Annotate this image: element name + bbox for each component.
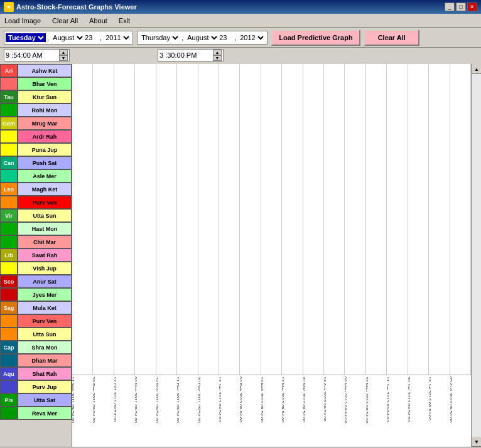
zodiac-sign-label: Pis <box>0 393 18 407</box>
nakshatra-button[interactable]: Swat Rah <box>18 248 72 262</box>
app-icon: ★ <box>4 2 14 12</box>
start-day-select[interactable]: Tuesday <box>6 33 46 42</box>
end-time-up[interactable]: ▲ <box>213 50 222 55</box>
grid-line <box>93 64 114 375</box>
zodiac-row: Utta Sun <box>0 328 72 341</box>
nakshatra-button[interactable]: Ardr Rah <box>18 130 72 143</box>
grid-line <box>114 64 135 375</box>
zodiac-sign-label <box>0 354 18 367</box>
start-date-sep1: , <box>46 34 50 41</box>
zodiac-sign-label: Gem <box>0 117 18 130</box>
nakshatra-button[interactable]: Mrug Mar <box>18 117 72 130</box>
x-label-text: 11 Dec 2011 09:54:00 <box>177 376 180 423</box>
start-date-input[interactable] <box>85 34 99 41</box>
zodiac-row: Vish Jup <box>0 262 72 275</box>
nakshatra-button[interactable]: Utta Sun <box>18 209 72 222</box>
end-date-sep2: , <box>233 34 237 41</box>
zodiac-row: Purv Ven <box>0 196 72 209</box>
menu-about[interactable]: About <box>87 16 109 25</box>
nakshatra-button[interactable]: Ktur Sun <box>18 90 72 104</box>
nakshatra-button[interactable]: Purv Ven <box>18 314 72 328</box>
x-label-text: 05 Aug 2012 09:54:00 <box>450 376 453 422</box>
grid-line <box>198 64 219 375</box>
zodiac-row: PisUtta Sat <box>0 393 72 407</box>
zodiac-row: Dhan Mar <box>0 354 72 367</box>
end-year-select[interactable]: 2012 <box>237 33 266 42</box>
nakshatra-button[interactable]: Magh Ket <box>18 183 72 196</box>
vertical-scrollbar[interactable]: ▲ ▼ <box>471 64 481 447</box>
zodiac-sign-label <box>0 288 18 301</box>
end-month-select[interactable]: August <box>185 33 219 42</box>
zodiac-sign-label: Aqu <box>0 367 18 380</box>
end-day-select[interactable]: Thursday <box>139 33 180 42</box>
nakshatra-button[interactable]: Asle Mer <box>18 169 72 183</box>
nakshatra-button[interactable]: Chit Mar <box>18 235 72 248</box>
start-month-select[interactable]: August <box>50 33 85 42</box>
nakshatra-button[interactable]: Rohi Mon <box>18 104 72 117</box>
x-label-text: 30 Dec 2011 09:54:00 <box>198 376 202 423</box>
scroll-down-button[interactable]: ▼ <box>472 437 481 447</box>
end-date-input[interactable] <box>219 34 233 41</box>
nakshatra-button[interactable]: Purv Jup <box>18 380 72 393</box>
zodiac-row: LeoMagh Ket <box>0 183 72 196</box>
nakshatra-button[interactable]: Utta Sat <box>18 393 72 407</box>
zodiac-sign-label <box>0 328 18 341</box>
start-time-up[interactable]: ▲ <box>59 50 68 55</box>
x-label-text: 11 Jun 2012 09:54:00 <box>387 376 390 422</box>
clear-all-button[interactable]: Clear All <box>364 29 419 46</box>
grid-line <box>387 64 408 375</box>
x-axis-label: 24 May 2012 09:54:00 <box>366 375 387 447</box>
start-year-select[interactable]: 2011 <box>103 33 131 42</box>
load-predictive-graph-button[interactable]: Load Predictive Graph <box>271 29 360 46</box>
start-time-input[interactable] <box>6 51 59 59</box>
close-button[interactable]: ✕ <box>467 3 477 11</box>
start-date-sep2: , <box>99 34 103 41</box>
nakshatra-button[interactable]: Shat Rah <box>18 367 72 380</box>
nakshatra-button[interactable]: Puna Jup <box>18 143 72 156</box>
menu-clear-all[interactable]: Clear All <box>50 16 80 25</box>
grid-line <box>261 64 282 375</box>
start-time-group: ▲ ▼ <box>4 49 70 61</box>
nakshatra-button[interactable]: Jyes Mer <box>18 288 72 301</box>
nakshatra-button[interactable]: Bhar Ven <box>18 77 72 90</box>
zodiac-sign-label: Sag <box>0 301 18 314</box>
scroll-up-button[interactable]: ▲ <box>472 64 481 74</box>
nakshatra-button[interactable]: Dhan Mar <box>18 354 72 367</box>
nakshatra-button[interactable]: Utta Sun <box>18 328 72 341</box>
x-label-text: 06 May 2012 09:54:00 <box>345 376 348 424</box>
x-label-text: 12 Mar 2012 09:54:00 <box>282 376 285 422</box>
nakshatra-button[interactable]: Push Sat <box>18 156 72 169</box>
nakshatra-button[interactable]: Ashw Ket <box>18 64 72 77</box>
grid-line <box>366 64 387 375</box>
minimize-button[interactable]: _ <box>445 3 455 11</box>
scroll-track-v[interactable] <box>472 74 481 437</box>
nakshatra-button[interactable]: Mula Ket <box>18 301 72 314</box>
x-axis-label: 11 Sep 2011 09:54:00 <box>72 375 93 447</box>
zodiac-row: VirUtta Sun <box>0 209 72 222</box>
start-time-down[interactable]: ▼ <box>59 55 68 61</box>
x-axis-label: 30 Jun 2012 09:54:00 <box>408 375 429 447</box>
end-time-input[interactable] <box>159 51 213 59</box>
main-area: AriAshw KetBhar VenTauKtur SunRohi MonGe… <box>0 64 481 447</box>
vertical-lines <box>72 64 471 375</box>
grid-line <box>324 64 345 375</box>
nakshatra-button[interactable]: Reva Mer <box>18 407 72 420</box>
zodiac-sign-label <box>0 143 18 156</box>
zodiac-row: Puna Jup <box>0 143 72 156</box>
nakshatra-button[interactable]: Hast Mon <box>18 222 72 235</box>
x-label-text: 17 Jan 2012 09:54:00 <box>219 376 222 422</box>
chart-inner: 11 Sep 2011 09:54:0029 Sep 2011 09:54:00… <box>72 64 471 447</box>
zodiac-sign-label <box>0 169 18 183</box>
menu-exit[interactable]: Exit <box>117 16 132 25</box>
end-time-spinners: ▲ ▼ <box>213 50 222 61</box>
zodiac-row: ScoAnur Sat <box>0 275 72 288</box>
end-time-down[interactable]: ▼ <box>213 55 222 61</box>
nakshatra-button[interactable]: Shra Mon <box>18 341 72 354</box>
zodiac-sign-label <box>0 130 18 143</box>
zodiac-sign-label: Ari <box>0 64 18 77</box>
menu-load-image[interactable]: Load Image <box>3 16 43 25</box>
nakshatra-button[interactable]: Vish Jup <box>18 262 72 275</box>
maximize-button[interactable]: □ <box>456 3 466 11</box>
nakshatra-button[interactable]: Purv Ven <box>18 196 72 209</box>
nakshatra-button[interactable]: Anur Sat <box>18 275 72 288</box>
